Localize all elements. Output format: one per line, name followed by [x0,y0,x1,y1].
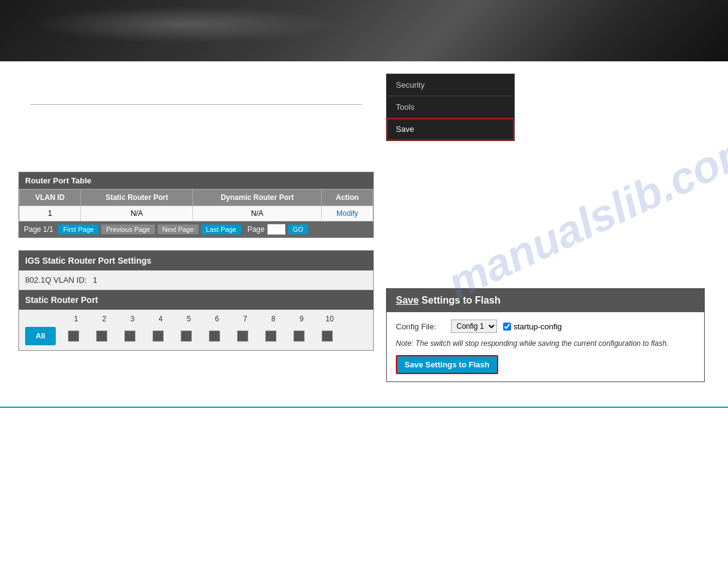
startup-config-check: startup-config [503,322,562,331]
router-port-table-section: Router Port Table VLAN ID Static Router … [18,172,374,238]
port-cb-1[interactable] [59,331,88,342]
igs-header: IGS Static Router Port Settings [19,251,373,270]
port-num-9: 9 [287,315,316,323]
port-num-2: 2 [90,315,118,323]
port-cb-9[interactable] [285,331,313,342]
pagination-row: Page 1/1 First Page Previous Page Next P… [19,221,373,237]
cell-static: N/A [81,206,193,221]
igs-vlan-row: 802.1Q VLAN ID: 1 [19,270,373,290]
col-action: Action [322,190,373,206]
port-num-5: 5 [175,315,203,323]
page-input[interactable] [267,224,286,235]
header-banner [0,0,728,61]
port-numbers-row: 1 2 3 4 5 6 7 8 9 10 [25,315,367,323]
startup-config-label: startup-config [514,322,562,331]
save-title-suffix: Settings to Flash [419,295,500,305]
watermark-text: manualslib.com [440,122,728,308]
router-port-table: VLAN ID Static Router Port Dynamic Route… [19,189,373,221]
cell-vlan-id: 1 [20,206,81,221]
last-page-btn[interactable]: Last Page [201,224,241,234]
cell-action[interactable]: Modify [322,206,373,221]
static-router-header: Static Router Port [19,290,373,310]
router-port-table-header: Router Port Table [19,172,373,189]
vlan-id-value: 1 [93,275,97,285]
port-checkboxes-row: All [25,327,367,345]
port-num-1: 1 [62,315,90,323]
save-panel-header: Save Settings to Flash [387,289,704,312]
right-panel: SecurityToolsSave manualslib.com Save Se… [386,74,710,382]
col-static-router-port: Static Router Port [81,190,193,206]
next-page-btn[interactable]: Next Page [157,224,199,234]
port-num-4: 4 [146,315,175,323]
port-cb-7[interactable] [229,331,257,342]
go-button[interactable]: GO [288,224,308,234]
nav-menu: SecurityToolsSave [386,74,515,141]
modify-link[interactable]: Modify [336,209,358,218]
port-grid: 1 2 3 4 5 6 7 8 9 10 All [19,310,373,350]
nav-menu-item-tools[interactable]: Tools [387,96,514,118]
save-note: Note: The switch will stop responding wh… [396,339,695,348]
cell-dynamic: N/A [193,206,322,221]
prev-page-btn[interactable]: Previous Page [101,224,155,234]
port-num-3: 3 [118,315,146,323]
igs-section: IGS Static Router Port Settings 802.1Q V… [18,250,374,351]
config-file-select[interactable]: Config 1 [451,320,497,333]
config-file-row: Config File: Config 1 startup-config [396,320,695,333]
save-panel-body: Config File: Config 1 startup-config Not… [387,312,704,381]
save-settings-to-flash-button[interactable]: Save Settings to Flash [396,355,498,374]
nav-menu-item-security[interactable]: Security [387,74,514,96]
save-title-prefix: Save [396,295,419,305]
first-page-btn[interactable]: First Page [58,224,99,234]
nav-menu-item-save[interactable]: Save [387,118,514,140]
port-cb-2[interactable] [88,331,116,342]
watermark-area: manualslib.com [386,153,710,288]
vlan-id-label: 802.1Q VLAN ID: [25,275,86,285]
port-num-8: 8 [259,315,287,323]
port-cb-4[interactable] [144,331,172,342]
all-ports-button[interactable]: All [25,327,56,345]
port-num-6: 6 [203,315,231,323]
bottom-separator [0,407,728,408]
port-num-10: 10 [316,315,344,323]
startup-config-checkbox[interactable] [503,323,511,331]
top-divider-line [31,104,362,105]
left-panel: Router Port Table VLAN ID Static Router … [18,74,374,382]
col-vlan-id: VLAN ID [20,190,81,206]
page-label: Page [248,225,265,234]
port-cb-10[interactable] [313,331,341,342]
left-top-area [18,74,374,172]
port-cb-5[interactable] [172,331,200,342]
config-file-label: Config File: [396,322,445,331]
port-cb-6[interactable] [200,331,229,342]
port-cb-3[interactable] [116,331,144,342]
save-panel: Save Settings to Flash Config File: Conf… [386,288,705,382]
col-dynamic-router-port: Dynamic Router Port [193,190,322,206]
table-row: 1 N/A N/A Modify [20,206,373,221]
port-num-7: 7 [231,315,259,323]
port-cb-8[interactable] [257,331,285,342]
page-info: Page 1/1 [24,225,53,234]
